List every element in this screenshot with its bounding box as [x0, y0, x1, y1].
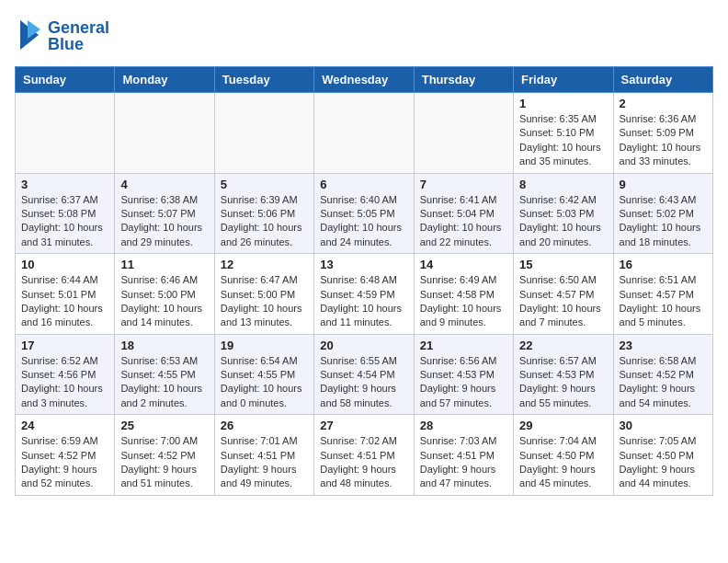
calendar-cell: [314, 93, 414, 174]
day-info: Sunrise: 7:05 AM Sunset: 4:50 PM Dayligh…: [620, 434, 707, 491]
day-info: Sunrise: 7:01 AM Sunset: 4:51 PM Dayligh…: [221, 434, 308, 491]
calendar-row-1: 3Sunrise: 6:37 AM Sunset: 5:08 PM Daylig…: [16, 173, 713, 254]
day-number: 6: [320, 178, 407, 191]
weekday-header-sunday: Sunday: [16, 67, 115, 93]
calendar-row-4: 24Sunrise: 6:59 AM Sunset: 4:52 PM Dayli…: [16, 415, 713, 496]
calendar-cell: 20Sunrise: 6:55 AM Sunset: 4:54 PM Dayli…: [314, 334, 414, 415]
day-number: 12: [221, 258, 308, 271]
weekday-header-friday: Friday: [514, 67, 613, 93]
svg-text:General: General: [48, 18, 109, 37]
day-number: 27: [320, 419, 407, 432]
day-number: 2: [620, 97, 707, 110]
day-number: 30: [620, 419, 707, 432]
day-number: 1: [519, 97, 607, 110]
day-info: Sunrise: 6:51 AM Sunset: 4:57 PM Dayligh…: [620, 273, 707, 330]
day-info: Sunrise: 6:54 AM Sunset: 4:55 PM Dayligh…: [221, 354, 308, 411]
day-info: Sunrise: 6:40 AM Sunset: 5:05 PM Dayligh…: [320, 193, 407, 250]
calendar-cell: 13Sunrise: 6:48 AM Sunset: 4:59 PM Dayli…: [314, 254, 414, 335]
day-number: 9: [620, 178, 707, 191]
calendar: SundayMondayTuesdayWednesdayThursdayFrid…: [15, 66, 713, 496]
day-number: 21: [420, 339, 507, 352]
day-info: Sunrise: 6:35 AM Sunset: 5:10 PM Dayligh…: [519, 112, 607, 169]
logo: GeneralBlue: [15, 15, 116, 55]
day-info: Sunrise: 6:50 AM Sunset: 4:57 PM Dayligh…: [519, 273, 607, 330]
weekday-header-tuesday: Tuesday: [214, 67, 313, 93]
weekday-header-thursday: Thursday: [414, 67, 513, 93]
calendar-cell: 8Sunrise: 6:42 AM Sunset: 5:03 PM Daylig…: [514, 173, 613, 254]
calendar-cell: 4Sunrise: 6:38 AM Sunset: 5:07 PM Daylig…: [115, 173, 214, 254]
calendar-cell: 26Sunrise: 7:01 AM Sunset: 4:51 PM Dayli…: [214, 415, 313, 496]
day-number: 5: [221, 178, 308, 191]
day-info: Sunrise: 6:53 AM Sunset: 4:55 PM Dayligh…: [120, 354, 208, 411]
calendar-cell: 14Sunrise: 6:49 AM Sunset: 4:58 PM Dayli…: [414, 254, 513, 335]
day-info: Sunrise: 6:44 AM Sunset: 5:01 PM Dayligh…: [21, 273, 108, 330]
day-number: 8: [519, 178, 607, 191]
day-info: Sunrise: 7:00 AM Sunset: 4:52 PM Dayligh…: [120, 434, 208, 491]
calendar-cell: 12Sunrise: 6:47 AM Sunset: 5:00 PM Dayli…: [214, 254, 313, 335]
calendar-cell: [414, 93, 513, 174]
calendar-cell: 5Sunrise: 6:39 AM Sunset: 5:06 PM Daylig…: [214, 173, 313, 254]
day-number: 17: [21, 339, 108, 352]
day-number: 13: [320, 258, 407, 271]
day-number: 25: [120, 419, 208, 432]
calendar-cell: 19Sunrise: 6:54 AM Sunset: 4:55 PM Dayli…: [214, 334, 313, 415]
day-number: 18: [120, 339, 208, 352]
day-number: 7: [420, 178, 507, 191]
day-number: 15: [519, 258, 607, 271]
calendar-cell: 10Sunrise: 6:44 AM Sunset: 5:01 PM Dayli…: [16, 254, 115, 335]
calendar-cell: 27Sunrise: 7:02 AM Sunset: 4:51 PM Dayli…: [314, 415, 414, 496]
calendar-cell: 29Sunrise: 7:04 AM Sunset: 4:50 PM Dayli…: [514, 415, 613, 496]
day-info: Sunrise: 6:41 AM Sunset: 5:04 PM Dayligh…: [420, 193, 507, 250]
calendar-cell: 3Sunrise: 6:37 AM Sunset: 5:08 PM Daylig…: [16, 173, 115, 254]
day-number: 29: [519, 419, 607, 432]
calendar-cell: 22Sunrise: 6:57 AM Sunset: 4:53 PM Dayli…: [514, 334, 613, 415]
day-number: 23: [620, 339, 707, 352]
day-info: Sunrise: 6:36 AM Sunset: 5:09 PM Dayligh…: [620, 112, 707, 169]
calendar-cell: 2Sunrise: 6:36 AM Sunset: 5:09 PM Daylig…: [613, 93, 712, 174]
calendar-row-3: 17Sunrise: 6:52 AM Sunset: 4:56 PM Dayli…: [16, 334, 713, 415]
calendar-cell: 23Sunrise: 6:58 AM Sunset: 4:52 PM Dayli…: [613, 334, 712, 415]
day-number: 19: [221, 339, 308, 352]
calendar-cell: 18Sunrise: 6:53 AM Sunset: 4:55 PM Dayli…: [115, 334, 214, 415]
calendar-cell: 7Sunrise: 6:41 AM Sunset: 5:04 PM Daylig…: [414, 173, 513, 254]
calendar-row-2: 10Sunrise: 6:44 AM Sunset: 5:01 PM Dayli…: [16, 254, 713, 335]
day-info: Sunrise: 6:59 AM Sunset: 4:52 PM Dayligh…: [21, 434, 108, 491]
day-info: Sunrise: 6:49 AM Sunset: 4:58 PM Dayligh…: [420, 273, 507, 330]
day-info: Sunrise: 6:52 AM Sunset: 4:56 PM Dayligh…: [21, 354, 108, 411]
day-info: Sunrise: 6:56 AM Sunset: 4:53 PM Dayligh…: [420, 354, 507, 411]
calendar-cell: 25Sunrise: 7:00 AM Sunset: 4:52 PM Dayli…: [115, 415, 214, 496]
calendar-cell: 17Sunrise: 6:52 AM Sunset: 4:56 PM Dayli…: [16, 334, 115, 415]
day-number: 20: [320, 339, 407, 352]
day-info: Sunrise: 6:58 AM Sunset: 4:52 PM Dayligh…: [620, 354, 707, 411]
day-info: Sunrise: 7:04 AM Sunset: 4:50 PM Dayligh…: [519, 434, 607, 491]
day-info: Sunrise: 6:57 AM Sunset: 4:53 PM Dayligh…: [519, 354, 607, 411]
day-info: Sunrise: 6:46 AM Sunset: 5:00 PM Dayligh…: [120, 273, 208, 330]
day-number: 3: [21, 178, 108, 191]
svg-text:Blue: Blue: [48, 35, 84, 53]
calendar-cell: 24Sunrise: 6:59 AM Sunset: 4:52 PM Dayli…: [16, 415, 115, 496]
day-number: 26: [221, 419, 308, 432]
day-info: Sunrise: 7:02 AM Sunset: 4:51 PM Dayligh…: [320, 434, 407, 491]
day-number: 28: [420, 419, 507, 432]
calendar-cell: 30Sunrise: 7:05 AM Sunset: 4:50 PM Dayli…: [613, 415, 712, 496]
day-info: Sunrise: 6:39 AM Sunset: 5:06 PM Dayligh…: [221, 193, 308, 250]
calendar-cell: 9Sunrise: 6:43 AM Sunset: 5:02 PM Daylig…: [613, 173, 712, 254]
header: GeneralBlue: [15, 15, 713, 55]
weekday-header-monday: Monday: [115, 67, 214, 93]
logo-svg: GeneralBlue: [15, 15, 116, 55]
day-number: 14: [420, 258, 507, 271]
day-info: Sunrise: 6:43 AM Sunset: 5:02 PM Dayligh…: [620, 193, 707, 250]
weekday-header-row: SundayMondayTuesdayWednesdayThursdayFrid…: [16, 67, 713, 93]
day-number: 10: [21, 258, 108, 271]
day-info: Sunrise: 6:37 AM Sunset: 5:08 PM Dayligh…: [21, 193, 108, 250]
calendar-cell: 28Sunrise: 7:03 AM Sunset: 4:51 PM Dayli…: [414, 415, 513, 496]
day-info: Sunrise: 6:47 AM Sunset: 5:00 PM Dayligh…: [221, 273, 308, 330]
day-info: Sunrise: 6:38 AM Sunset: 5:07 PM Dayligh…: [120, 193, 208, 250]
day-number: 4: [120, 178, 208, 191]
calendar-cell: 6Sunrise: 6:40 AM Sunset: 5:05 PM Daylig…: [314, 173, 414, 254]
weekday-header-wednesday: Wednesday: [314, 67, 414, 93]
day-info: Sunrise: 6:48 AM Sunset: 4:59 PM Dayligh…: [320, 273, 407, 330]
calendar-cell: 16Sunrise: 6:51 AM Sunset: 4:57 PM Dayli…: [613, 254, 712, 335]
calendar-cell: [214, 93, 313, 174]
calendar-cell: 15Sunrise: 6:50 AM Sunset: 4:57 PM Dayli…: [514, 254, 613, 335]
